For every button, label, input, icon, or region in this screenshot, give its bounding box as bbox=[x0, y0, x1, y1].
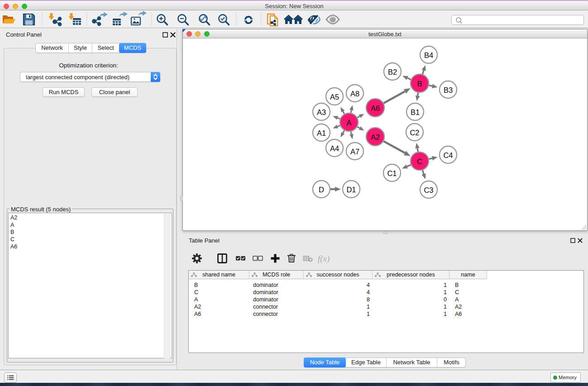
svg-text:C2: C2 bbox=[410, 129, 419, 137]
svg-text:B4: B4 bbox=[424, 51, 433, 59]
svg-text:A5: A5 bbox=[330, 93, 339, 101]
svg-text:A: A bbox=[346, 119, 351, 127]
svg-text:A1: A1 bbox=[317, 129, 326, 137]
svg-text:B2: B2 bbox=[388, 68, 397, 76]
svg-text:B: B bbox=[417, 80, 422, 88]
svg-text:A3: A3 bbox=[317, 108, 326, 116]
svg-text:A7: A7 bbox=[350, 148, 359, 156]
svg-text:B1: B1 bbox=[411, 108, 420, 116]
svg-text:B3: B3 bbox=[444, 86, 453, 94]
svg-text:C4: C4 bbox=[443, 151, 453, 159]
svg-text:D: D bbox=[319, 186, 324, 194]
svg-text:f(x): f(x) bbox=[318, 254, 330, 264]
svg-text:C1: C1 bbox=[387, 169, 397, 177]
svg-text:A4: A4 bbox=[330, 144, 339, 152]
svg-text:A8: A8 bbox=[350, 90, 359, 98]
svg-text:A6: A6 bbox=[371, 104, 380, 112]
svg-text:C3: C3 bbox=[424, 186, 433, 194]
svg-text:A2: A2 bbox=[371, 133, 380, 141]
svg-text:C: C bbox=[417, 157, 422, 166]
svg-text:D1: D1 bbox=[346, 186, 356, 194]
